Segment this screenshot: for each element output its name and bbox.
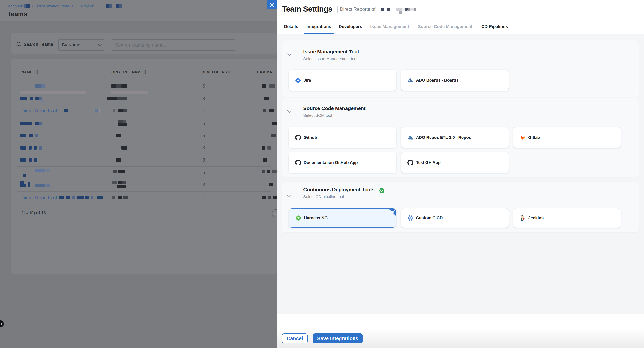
svg-text:</>: </> [409,217,412,219]
